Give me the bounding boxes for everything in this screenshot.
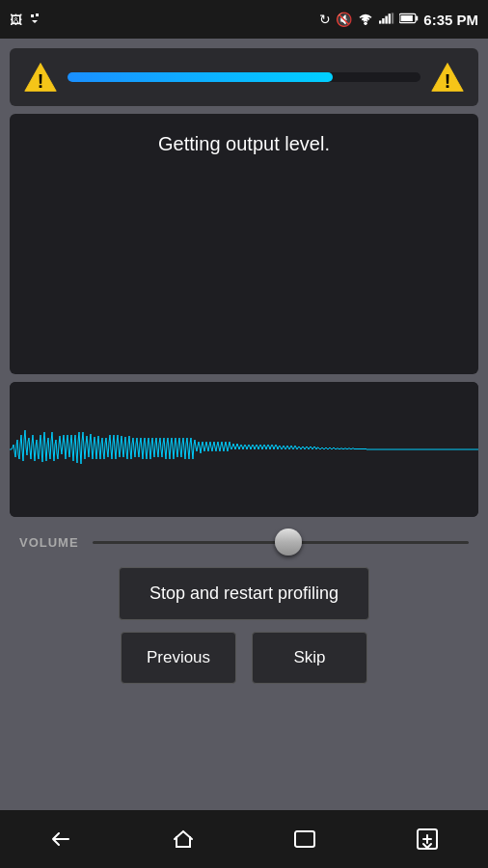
svg-rect-9 [416, 16, 418, 21]
bottom-nav-bar [0, 810, 488, 868]
slider-thumb[interactable] [275, 529, 302, 556]
volume-control: VOLUME [10, 525, 478, 559]
status-right-icons: ↻ 🔇 [319, 12, 478, 28]
refresh-icon: ↻ [319, 12, 331, 27]
svg-rect-8 [401, 15, 413, 21]
svg-point-1 [365, 21, 367, 24]
screenshot-icon[interactable] [403, 815, 451, 863]
svg-rect-2 [379, 20, 381, 23]
previous-button[interactable]: Previous [121, 632, 236, 684]
main-content: ! ! Getting output level. VOLUME [0, 39, 488, 829]
waveform-panel [10, 382, 478, 517]
volume-label: VOLUME [19, 535, 79, 550]
photo-icon: 🖼 [10, 13, 22, 27]
left-warning-icon: ! [23, 60, 58, 95]
svg-rect-4 [386, 15, 388, 23]
skip-button[interactable]: Skip [252, 632, 367, 684]
right-warning-icon: ! [430, 60, 465, 95]
warning-bar: ! ! [10, 48, 478, 106]
recents-icon[interactable] [281, 815, 329, 863]
svg-rect-15 [295, 831, 314, 847]
wifi-icon [357, 12, 374, 28]
status-bar: 🖼 ↻ 🔇 [0, 0, 488, 39]
output-level-text: Getting output level. [158, 133, 330, 155]
svg-rect-3 [382, 18, 384, 24]
volume-slider[interactable] [93, 532, 469, 552]
status-time: 6:35 PM [423, 12, 478, 28]
slider-track [93, 541, 469, 544]
nav-buttons: Previous Skip [121, 632, 367, 684]
output-panel: Getting output level. [10, 114, 478, 374]
home-icon[interactable] [159, 815, 207, 863]
battery-icon [399, 12, 419, 27]
mute-icon: 🔇 [336, 12, 352, 27]
signal-icon [379, 12, 394, 28]
svg-text:!: ! [445, 70, 451, 92]
svg-rect-6 [392, 13, 393, 23]
usb-icon [28, 10, 41, 30]
svg-rect-5 [389, 14, 391, 23]
svg-text:!: ! [38, 70, 44, 92]
waveform-svg [10, 382, 478, 517]
stop-restart-button[interactable]: Stop and restart profiling [119, 567, 369, 620]
back-icon[interactable] [37, 815, 85, 863]
progress-fill [68, 72, 333, 82]
status-left-icons: 🖼 [10, 10, 41, 30]
progress-bar [68, 72, 420, 82]
